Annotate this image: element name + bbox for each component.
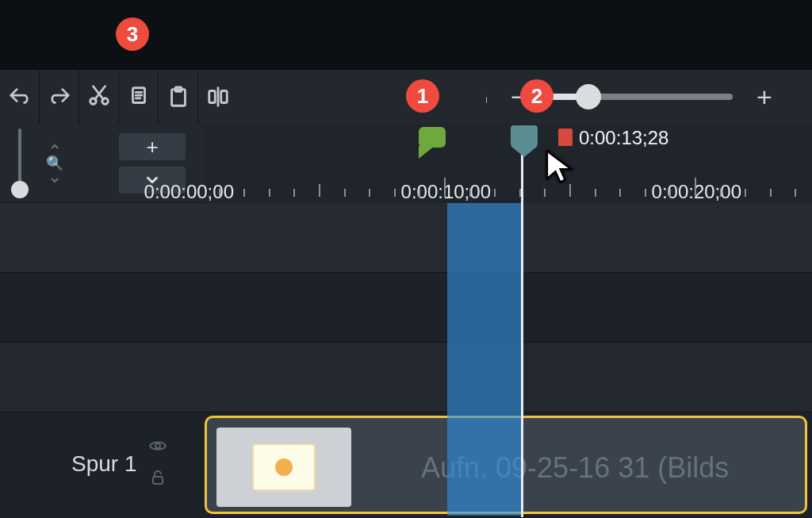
ruler-tick	[619, 189, 621, 197]
zoom-group: ⤢ − +	[465, 81, 812, 113]
track-toggles	[148, 436, 167, 493]
timeline-header: 🔍 + 0:00:00;00 0:00:10;00 0:00:20;00	[0, 124, 812, 203]
track-height-slider[interactable]	[10, 124, 30, 203]
time-ruler[interactable]: 0:00:00;00 0:00:10;00 0:00:20;00	[203, 124, 812, 203]
track-height-knob[interactable]	[11, 181, 29, 198]
ruler-tick	[519, 189, 521, 197]
ruler-tick	[344, 189, 346, 197]
empty-track[interactable]	[0, 343, 812, 412]
ruler-tick	[444, 178, 446, 197]
clip-name: Aufn. 09-25-16 31 (Bilds	[421, 451, 729, 485]
timeline-toolbar: ⤢ − +	[0, 70, 812, 124]
ruler-label-1: 0:00:10;00	[401, 181, 491, 203]
svg-rect-6	[221, 91, 228, 103]
ruler-tick	[243, 189, 245, 197]
zoom-out-button[interactable]: −	[503, 81, 534, 113]
undo-button[interactable]	[0, 70, 40, 124]
ruler-tick	[269, 189, 270, 197]
svg-rect-5	[209, 91, 216, 103]
ruler-tick	[293, 189, 295, 197]
cut-button[interactable]	[79, 70, 119, 124]
lock-icon[interactable]	[148, 467, 167, 493]
ruler-tick	[770, 189, 772, 197]
redo-button[interactable]	[40, 70, 79, 124]
track-row-1: Spur 1 Aufn. 09-25-16 31 (Bilds	[0, 412, 812, 516]
zoom-fit-button[interactable]: ⤢	[465, 81, 487, 113]
paste-button[interactable]	[159, 70, 198, 124]
ruler-tick	[469, 189, 471, 197]
ruler-tick	[494, 189, 496, 197]
ruler-tick	[645, 189, 646, 197]
ruler-label-2: 0:00:20;00	[652, 181, 741, 203]
ruler-tick	[695, 178, 696, 197]
ruler-tick	[369, 189, 370, 197]
svg-point-8	[155, 443, 160, 448]
zoom-in-button[interactable]: +	[749, 81, 780, 113]
clip-thumbnail	[216, 428, 351, 507]
svg-rect-9	[153, 477, 163, 484]
zoom-slider[interactable]	[550, 94, 733, 100]
track-zoom-chevrons: 🔍	[43, 140, 67, 186]
ruler-tick	[319, 184, 320, 197]
ruler-tick	[544, 189, 546, 197]
ruler-tick	[595, 189, 596, 197]
ruler-tick	[419, 189, 420, 197]
ruler-tick	[720, 189, 722, 197]
media-clip[interactable]: Aufn. 09-25-16 31 (Bilds	[205, 416, 807, 514]
playhead-time: 0:00:13;28	[579, 127, 668, 149]
empty-track[interactable]	[0, 203, 812, 273]
track-header[interactable]: Spur 1	[0, 412, 203, 516]
eye-icon[interactable]	[148, 436, 167, 461]
magnifier-icon: 🔍	[46, 155, 63, 172]
copy-button[interactable]	[119, 70, 159, 124]
ruler-tick	[569, 184, 571, 197]
zoom-knob[interactable]	[576, 84, 601, 109]
scissors-icon	[87, 83, 111, 110]
ruler-tick	[394, 189, 396, 197]
track-label: Spur 1	[71, 451, 137, 477]
upper-strip	[0, 0, 812, 70]
add-marker-button[interactable]: +	[119, 133, 186, 160]
ruler-label-0: 0:00:00;00	[144, 181, 234, 203]
ruler-tick	[669, 189, 671, 197]
ruler-tick	[795, 189, 796, 197]
tracks-area	[0, 203, 812, 412]
ruler-tick	[219, 189, 220, 197]
timeline-editor: ⤢ − + 🔍 +	[0, 0, 812, 518]
ruler-tick	[745, 189, 746, 197]
empty-track[interactable]	[0, 273, 812, 343]
out-marker[interactable]	[558, 129, 573, 146]
split-button[interactable]	[198, 70, 238, 124]
